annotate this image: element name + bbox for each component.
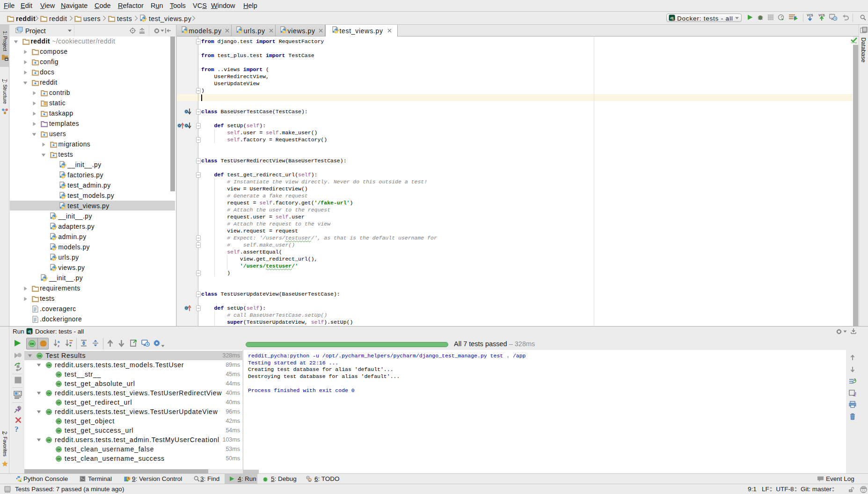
svg-text:OK: OK (57, 373, 60, 376)
svg-text:OK: OK (47, 363, 51, 366)
svg-text:OK: OK (37, 354, 41, 357)
svg-text:OK: OK (57, 420, 60, 422)
svg-text:OK: OK (57, 448, 60, 450)
svg-text:OK: OK (57, 382, 60, 385)
svg-text:OK: OK (47, 438, 51, 441)
svg-text:OK: OK (30, 342, 35, 345)
svg-text:OK: OK (57, 457, 60, 460)
svg-text:VCS: VCS (807, 14, 813, 17)
svg-text:dj: dj (670, 16, 673, 20)
svg-text:VCS: VCS (818, 14, 825, 17)
svg-text:OK: OK (47, 410, 51, 413)
svg-text:OK: OK (57, 429, 60, 432)
svg-text:OK: OK (57, 401, 60, 404)
svg-text:z: z (58, 344, 59, 348)
svg-text:OK: OK (47, 392, 51, 394)
svg-text:dj: dj (28, 329, 31, 334)
